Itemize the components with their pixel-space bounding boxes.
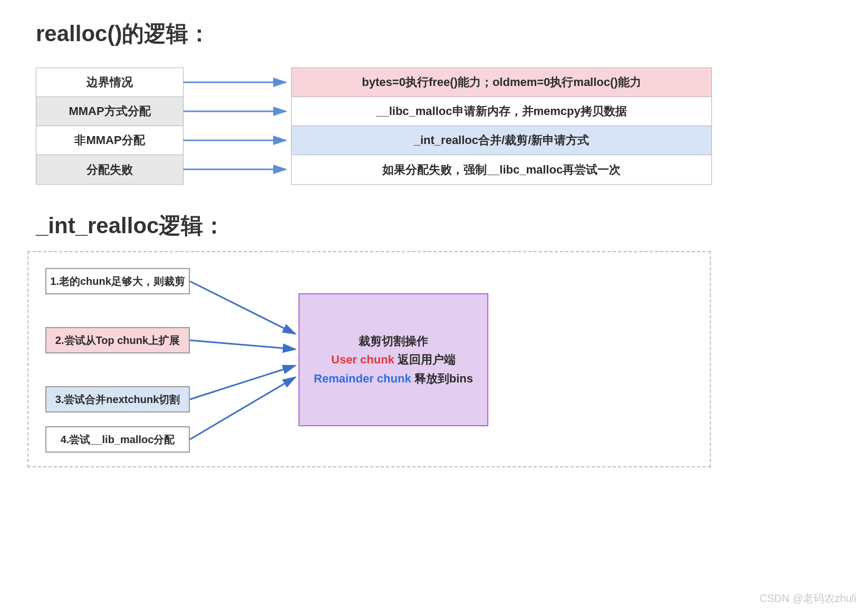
purple-user-chunk: User chunk (331, 353, 394, 366)
arrow-top-0 (184, 78, 291, 89)
purple-line-1: 裁剪切割操作 (359, 332, 428, 350)
top-right-row-0: bytes=0执行free()能力；oldmem=0执行malloc()能力 (292, 68, 711, 97)
step-2: 2.尝试从Top chunk上扩展 (45, 327, 190, 353)
arrow-top-1 (184, 107, 291, 118)
purple-line3-rest: 释放到bins (411, 372, 473, 385)
step-1: 1.老的chunk足够大，则裁剪 (45, 268, 190, 294)
purple-line-2: User chunk 返回用户端 (331, 350, 456, 369)
top-left-row-3: 分配失败 (36, 155, 183, 184)
purple-line-3: Remainder chunk 释放到bins (314, 369, 473, 388)
watermark: CSDN @老码农zhuli (759, 591, 856, 606)
step-4: 4.尝试__lib_malloc分配 (45, 426, 190, 453)
top-left-table: 边界情况 MMAP方式分配 非MMAP分配 分配失败 (36, 68, 184, 185)
title-int-realloc: _int_realloc逻辑： (36, 211, 225, 241)
arrow-top-2 (184, 136, 291, 147)
title-realloc: realloc()的逻辑： (36, 19, 210, 49)
top-right-row-3: 如果分配失败，强制__libc_malloc再尝试一次 (292, 155, 711, 184)
step-3: 3.尝试合并nextchunk切割 (45, 386, 190, 413)
purple-remainder-chunk: Remainder chunk (314, 372, 411, 385)
purple-line2-rest: 返回用户端 (394, 353, 456, 366)
top-left-row-0: 边界情况 (36, 68, 183, 97)
top-left-row-2: 非MMAP分配 (36, 126, 183, 155)
purple-box: 裁剪切割操作 User chunk 返回用户端 Remainder chunk … (298, 293, 488, 426)
arrow-top-3 (184, 165, 291, 176)
top-left-row-1: MMAP方式分配 (36, 97, 183, 126)
top-right-row-2: _int_realloc合并/裁剪/新申请方式 (292, 126, 711, 155)
top-right-table: bytes=0执行free()能力；oldmem=0执行malloc()能力 _… (291, 68, 712, 185)
top-right-row-1: __libc_malloc申请新内存，并memcpy拷贝数据 (292, 97, 711, 126)
